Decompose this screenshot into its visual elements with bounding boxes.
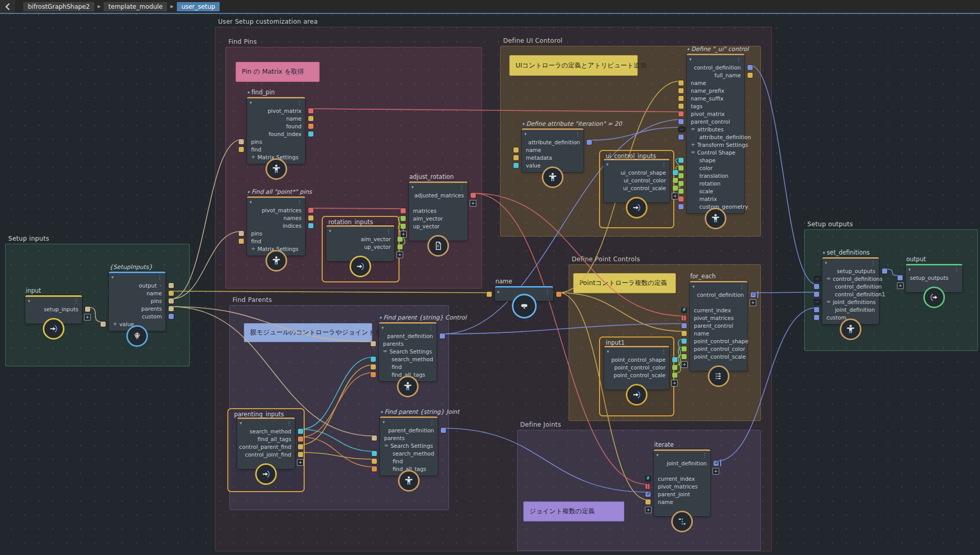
port-in-value[interactable] bbox=[513, 163, 519, 168]
port-in-custom_geometry[interactable] bbox=[678, 204, 684, 209]
arrow-icon[interactable] bbox=[43, 318, 64, 340]
port-in-name_prefix[interactable] bbox=[678, 88, 684, 93]
person-icon[interactable] bbox=[705, 208, 726, 229]
port-out-ui_control_color[interactable] bbox=[673, 178, 678, 183]
add-port-button[interactable]: + bbox=[645, 507, 652, 513]
add-port-button[interactable]: + bbox=[712, 468, 719, 475]
person-icon[interactable] bbox=[265, 158, 287, 180]
node-menu-icon[interactable]: ⋮ bbox=[287, 421, 292, 426]
port-out-point_control_color[interactable] bbox=[672, 365, 677, 370]
node-menu-icon[interactable]: ⋮ bbox=[428, 325, 434, 331]
breadcrumb-item-graph[interactable]: bifrostGraphShape2 bbox=[23, 2, 94, 11]
port-in-name[interactable] bbox=[682, 331, 687, 336]
collapse-toggle-icon[interactable]: ▾ bbox=[689, 57, 692, 62]
port-in-scale[interactable] bbox=[678, 189, 684, 194]
port-out-custom[interactable] bbox=[169, 314, 174, 319]
note-point-controller[interactable]: Pointコントローラ複数の定義 bbox=[573, 273, 676, 293]
collapse-toggle-icon[interactable]: ▾ bbox=[825, 260, 827, 265]
port-in-current_index[interactable]: # bbox=[682, 308, 687, 313]
breadcrumb-item-current[interactable]: user_setup bbox=[177, 2, 220, 11]
collapse-toggle-icon[interactable]: ▾ bbox=[383, 419, 385, 425]
port-out-names[interactable] bbox=[308, 215, 313, 221]
person-icon[interactable] bbox=[397, 376, 419, 397]
port-in-find[interactable] bbox=[239, 239, 244, 244]
node-menu-icon[interactable]: ⋮ bbox=[661, 162, 667, 167]
add-port-button[interactable]: + bbox=[681, 361, 688, 368]
note-pin-matrix[interactable]: Pin の Matrix を取得 bbox=[236, 62, 320, 82]
port-in-tags[interactable] bbox=[678, 104, 684, 109]
port-out-indices[interactable] bbox=[308, 223, 313, 228]
add-port-button[interactable]: + bbox=[396, 251, 403, 258]
port-in-control_definition1[interactable] bbox=[814, 292, 819, 297]
port-in-point_control_color[interactable] bbox=[682, 346, 687, 351]
port-out-control_parent_find[interactable] bbox=[298, 444, 303, 449]
node-menu-icon[interactable]: ⋮ bbox=[459, 184, 465, 190]
port-out-pivot_matrices[interactable] bbox=[308, 208, 313, 213]
node-find_pin[interactable]: ▾⋮pivot_matrixnamefoundfound_indexpinsfi… bbox=[247, 97, 305, 164]
port-out-attribute_definition[interactable] bbox=[587, 140, 592, 145]
node-menu-icon[interactable]: ⋮ bbox=[871, 260, 876, 266]
port-in-translation[interactable] bbox=[678, 173, 684, 178]
port-in-point_control_shape[interactable] bbox=[682, 339, 687, 344]
port-in-joint_definitions[interactable]: ··· bbox=[814, 299, 821, 305]
port-out-point_control_shape[interactable] bbox=[672, 357, 677, 362]
port-in-pivot_matrices[interactable] bbox=[645, 484, 651, 489]
add-port-button[interactable]: + bbox=[897, 282, 904, 289]
collapse-toggle-icon[interactable]: ▾ bbox=[656, 452, 659, 458]
node-graph-canvas[interactable]: User Setup customization areaFind PinsDe… bbox=[0, 0, 980, 555]
port-in-control_definition[interactable] bbox=[814, 284, 819, 289]
port-in-parent_joint[interactable]: ↺ bbox=[645, 492, 651, 497]
output-icon[interactable] bbox=[923, 287, 945, 308]
node-menu-icon[interactable]: ⋮ bbox=[429, 419, 435, 425]
node-find_all_point_pins[interactable]: ▾⋮pivot_matricesnamesindicespinsfind+Mat… bbox=[247, 196, 305, 256]
node-adjust_rotation[interactable]: ▾⋮adjusted_matrices+matricesaim_vectorup… bbox=[409, 181, 468, 241]
arrow-icon[interactable] bbox=[255, 463, 277, 485]
add-port-button[interactable]: + bbox=[671, 380, 678, 386]
port-in-name[interactable] bbox=[513, 147, 519, 153]
arrow-icon[interactable] bbox=[626, 197, 647, 218]
arrow-icon[interactable] bbox=[626, 384, 647, 406]
port-in-rotation[interactable] bbox=[678, 181, 684, 186]
port-in-name[interactable] bbox=[678, 80, 684, 86]
breadcrumb-item-module[interactable]: template_module bbox=[104, 2, 167, 11]
node-menu-icon[interactable]: ⋮ bbox=[386, 228, 392, 234]
collapse-toggle-icon[interactable]: ▾ bbox=[692, 284, 695, 289]
node-set_definitions[interactable]: ▾⋮setup_outputs=control_definitions·····… bbox=[822, 257, 879, 324]
collapse-toggle-icon[interactable]: ▾ bbox=[607, 349, 609, 354]
collapse-toggle-icon[interactable]: ▾ bbox=[329, 228, 331, 233]
port-in-search_method[interactable] bbox=[372, 451, 377, 456]
port-out-point_control_scale[interactable] bbox=[672, 373, 677, 378]
port-in-name_suffix[interactable] bbox=[678, 96, 684, 101]
port-out-joint_definition[interactable]: ↺ bbox=[713, 461, 719, 466]
port-out-found[interactable] bbox=[308, 124, 313, 129]
port-out-pins[interactable] bbox=[169, 298, 174, 304]
port-in-find_all_tags[interactable] bbox=[372, 466, 377, 472]
port-in-control_definitions[interactable]: ··· bbox=[814, 276, 821, 281]
page-icon[interactable] bbox=[427, 235, 449, 257]
collapse-toggle-icon[interactable]: ▾ bbox=[111, 275, 114, 280]
port-in-shape[interactable] bbox=[678, 158, 684, 163]
port-out-search_method[interactable] bbox=[298, 429, 303, 434]
port-in-parent_control[interactable] bbox=[682, 323, 687, 328]
port-out-parents[interactable] bbox=[169, 306, 174, 311]
node-menu-icon[interactable]: ⋮ bbox=[736, 57, 742, 62]
port-out-ui_control_shape[interactable] bbox=[673, 170, 678, 175]
port-in-up_vector[interactable] bbox=[401, 224, 406, 229]
person-icon[interactable] bbox=[265, 250, 287, 272]
port-out-find_all_tags[interactable] bbox=[298, 436, 303, 442]
port-in-parent_control[interactable] bbox=[678, 119, 684, 124]
person-icon[interactable] bbox=[840, 318, 861, 340]
node-input1[interactable]: ▾⋮point_control_shapepoint_control_color… bbox=[604, 346, 669, 390]
port-in-matrix[interactable] bbox=[678, 196, 684, 201]
port-in-find[interactable] bbox=[239, 147, 244, 152]
port-in-matrices[interactable] bbox=[401, 208, 406, 213]
port-in-aim_vector[interactable] bbox=[401, 216, 406, 221]
port-out-output[interactable] bbox=[169, 283, 174, 288]
port-in-find_all_tags[interactable] bbox=[371, 372, 376, 377]
note-ui-controller[interactable]: UIコントローラの定義とアトリビュート追加 bbox=[509, 55, 638, 76]
node-find_parent_control[interactable]: ▾⋮parent_definitionparents=Search Settin… bbox=[379, 322, 437, 381]
collapse-toggle-icon[interactable]: ▾ bbox=[381, 325, 384, 330]
node-menu-icon[interactable]: ⋮ bbox=[545, 289, 551, 295]
port-in-attribute_definition[interactable] bbox=[678, 134, 684, 140]
node-menu-icon[interactable]: ⋮ bbox=[954, 267, 960, 273]
